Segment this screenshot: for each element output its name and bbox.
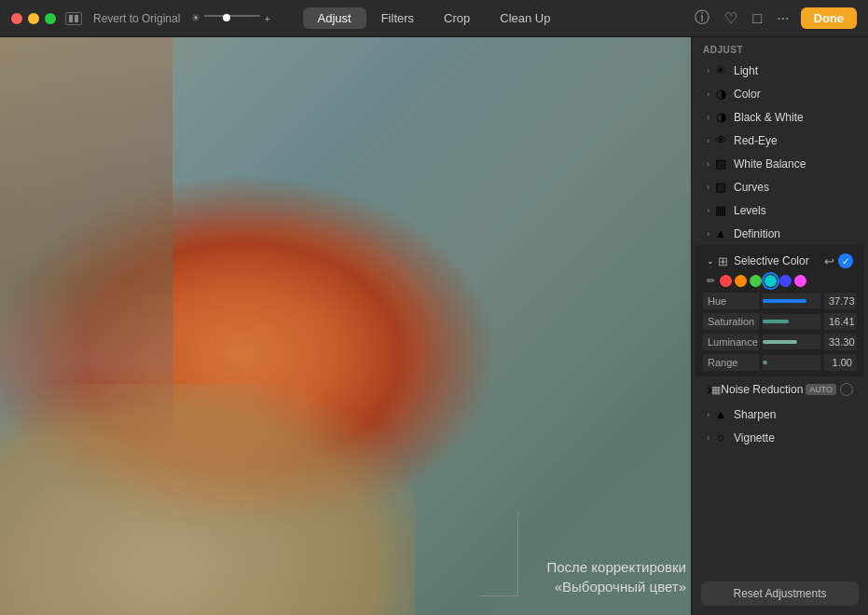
saturation-value: 16.41	[824, 313, 857, 330]
color-icon: ◑	[713, 87, 728, 101]
swatch-red[interactable]	[720, 275, 732, 287]
titlebar-right-actions: ⓘ ♡ □ ··· Done	[691, 7, 857, 30]
vignette-label: Vignette	[734, 431, 853, 444]
titlebar: Revert to Original ☀ + Adjust Filters Cr…	[0, 0, 868, 37]
info-icon-button[interactable]: ⓘ	[691, 7, 713, 30]
adjust-item-vignette[interactable]: › ○ Vignette	[696, 426, 864, 449]
swatch-green[interactable]	[750, 275, 762, 287]
luminance-slider-row: Luminance 33.30	[696, 332, 864, 352]
chevron-right-icon: ›	[707, 159, 710, 169]
adjust-item-sharpen[interactable]: › ▲ Sharpen	[696, 403, 864, 426]
slider-min-icon: ☀	[191, 12, 200, 24]
hue-slider-row: Hue 37.73	[696, 291, 864, 311]
adjust-item-redeye[interactable]: › 👁 Red-Eye	[696, 129, 864, 152]
selective-color-label: Selective Color	[734, 254, 824, 267]
pencil-icon[interactable]: ✏	[707, 275, 715, 287]
levels-icon: ▦	[713, 203, 728, 217]
wb-label: White Balance	[734, 157, 853, 171]
adjust-item-light[interactable]: › ☀ Light	[696, 59, 864, 82]
sharpen-label: Sharpen	[734, 408, 853, 421]
chevron-right-icon: ›	[707, 433, 710, 443]
close-button[interactable]	[11, 13, 22, 24]
auto-badge: AUTO	[806, 384, 836, 395]
minimize-button[interactable]	[28, 13, 39, 24]
chevron-right-icon: ›	[707, 66, 710, 75]
view-single-icon[interactable]	[65, 12, 82, 25]
view-toggle-icons	[65, 12, 82, 25]
sharpen-icon: ▲	[713, 407, 728, 421]
tab-filters[interactable]: Filters	[366, 7, 429, 29]
range-fill	[763, 361, 767, 364]
saturation-slider-row: Saturation 16.41	[696, 311, 864, 332]
undo-icon[interactable]: ↩	[824, 254, 834, 268]
main-area: После корректировки «Выборочный цвет» AD…	[0, 37, 868, 615]
saturation-track[interactable]	[763, 314, 820, 329]
hue-fill	[763, 299, 806, 303]
nav-tabs: Adjust Filters Crop Clean Up	[303, 7, 566, 29]
more-icon-button[interactable]: ···	[773, 8, 792, 29]
selective-color-header[interactable]: ⌄ ⊞ Selective Color ↩ ✓	[696, 249, 864, 273]
range-slider-row: Range 1.00	[696, 352, 864, 373]
curves-icon: ▨	[713, 180, 728, 194]
share-icon-button[interactable]: □	[749, 8, 765, 29]
chevron-down-icon: ⌄	[707, 256, 714, 266]
chevron-right-icon: ›	[707, 410, 710, 419]
noise-icon: ▦	[711, 384, 721, 396]
selective-color-section: ⌄ ⊞ Selective Color ↩ ✓ ✏ Hue	[696, 245, 864, 376]
adjust-item-bw[interactable]: › ◑ Black & White	[696, 105, 864, 129]
swatch-orange[interactable]	[735, 275, 747, 287]
callout-line	[517, 512, 518, 596]
chevron-right-icon: ›	[707, 229, 710, 239]
hue-label: Hue	[703, 293, 759, 309]
bw-label: Black & White	[734, 111, 853, 124]
hue-value: 37.73	[824, 293, 857, 309]
maximize-button[interactable]	[45, 13, 56, 24]
adjust-item-noise[interactable]: › ▦ Noise Reduction AUTO	[696, 376, 864, 403]
check-icon[interactable]: ✓	[838, 253, 853, 268]
swatch-cyan[interactable]	[765, 275, 777, 287]
photo-canvas: После корректировки «Выборочный цвет»	[0, 37, 691, 615]
tab-adjust[interactable]: Adjust	[303, 7, 366, 29]
adjust-item-definition[interactable]: › ▲ Definition	[696, 222, 864, 245]
redeye-label: Red-Eye	[734, 134, 853, 147]
swatch-magenta[interactable]	[794, 275, 806, 287]
brightness-thumb[interactable]	[223, 14, 230, 21]
brightness-track[interactable]	[204, 15, 260, 17]
saturation-label: Saturation	[703, 313, 759, 330]
svg-rect-1	[75, 15, 78, 22]
adjust-item-whitebalance[interactable]: › ▨ White Balance	[696, 152, 864, 175]
levels-label: Levels	[734, 204, 853, 217]
chevron-right-icon: ›	[707, 206, 710, 215]
revert-original-button[interactable]: Revert to Original	[93, 12, 180, 25]
selective-color-icon: ⊞	[718, 254, 728, 268]
noise-toggle[interactable]	[840, 383, 853, 396]
wb-icon: ▨	[713, 157, 728, 171]
callout-text: После корректировки «Выборочный цвет»	[546, 557, 686, 596]
chevron-right-icon: ›	[707, 113, 710, 122]
adjust-item-curves[interactable]: › ▨ Curves	[696, 175, 864, 198]
range-track[interactable]	[763, 355, 820, 370]
luminance-fill	[763, 340, 797, 344]
redeye-icon: 👁	[713, 133, 728, 147]
adjust-item-levels[interactable]: › ▦ Levels	[696, 198, 864, 222]
reset-adjustments-button[interactable]: Reset Adjustments	[701, 581, 859, 606]
heart-icon-button[interactable]: ♡	[721, 7, 741, 29]
luminance-value: 33.30	[824, 334, 857, 350]
luminance-track[interactable]	[763, 335, 820, 349]
photo-area: После корректировки «Выборочный цвет»	[0, 37, 691, 615]
swatch-blue[interactable]	[779, 275, 792, 287]
callout-line1: После корректировки	[546, 559, 686, 575]
bw-icon: ◑	[713, 110, 728, 124]
done-button[interactable]: Done	[801, 7, 858, 29]
tab-crop[interactable]: Crop	[429, 7, 485, 29]
chevron-right-icon: ›	[707, 136, 710, 145]
luminance-label: Luminance	[703, 334, 759, 350]
traffic-lights	[11, 13, 56, 24]
light-label: Light	[734, 64, 853, 77]
right-panel: ADJUST › ☀ Light › ◑ Color › ◑ Black & W…	[691, 37, 868, 615]
tab-cleanup[interactable]: Clean Up	[485, 7, 565, 29]
hue-track[interactable]	[763, 294, 820, 308]
adjust-item-color[interactable]: › ◑ Color	[696, 82, 864, 105]
range-label: Range	[703, 354, 759, 371]
definition-label: Definition	[734, 227, 853, 240]
